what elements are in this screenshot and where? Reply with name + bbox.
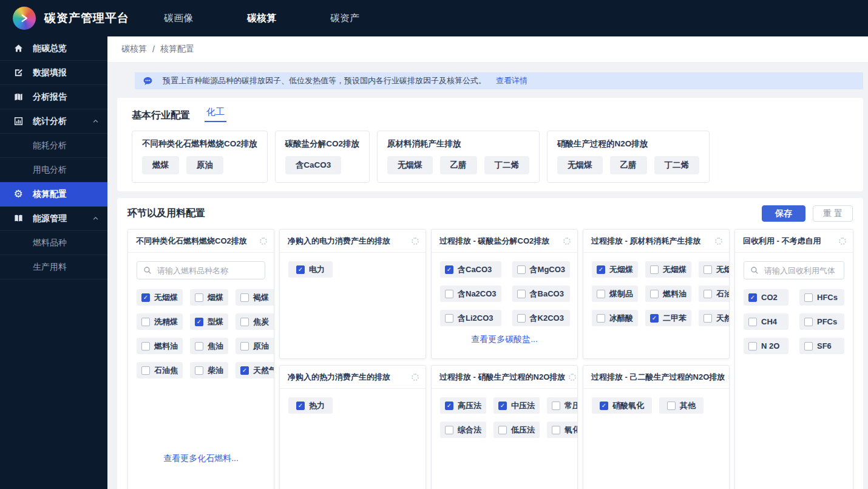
option-中压法[interactable]: ✓中压法 bbox=[493, 397, 540, 414]
checkbox-icon[interactable] bbox=[804, 342, 813, 351]
option-含MgCO3[interactable]: 含MgCO3 bbox=[512, 261, 571, 278]
sidebar-item-分析报告[interactable]: 分析报告 bbox=[0, 85, 107, 109]
checkbox-icon[interactable]: ✓ bbox=[195, 318, 203, 326]
checkbox-icon[interactable]: ✓ bbox=[296, 265, 305, 274]
checkbox-icon[interactable] bbox=[141, 342, 150, 351]
option-含Li2CO3[interactable]: 含Li2CO3 bbox=[440, 310, 501, 326]
option-烟煤[interactable]: 烟煤 bbox=[190, 289, 228, 306]
save-button[interactable]: 保存 bbox=[762, 205, 805, 222]
view-more-link[interactable]: 查看更多碳酸盐... bbox=[440, 327, 569, 354]
checkbox-icon[interactable] bbox=[517, 314, 526, 323]
checkbox-icon[interactable]: ✓ bbox=[240, 366, 249, 375]
option-热力[interactable]: ✓热力 bbox=[288, 397, 333, 414]
topbar-nav-碳核算[interactable]: 碳核算 bbox=[246, 10, 277, 27]
option-PFCs[interactable]: PFCs bbox=[799, 313, 844, 330]
checkbox-icon[interactable]: ✓ bbox=[141, 293, 150, 302]
panel-search[interactable] bbox=[744, 261, 844, 279]
checkbox-icon[interactable] bbox=[445, 290, 453, 298]
sidebar-item-能碳总览[interactable]: 能碳总览 bbox=[0, 36, 107, 61]
checkbox-icon[interactable] bbox=[445, 426, 453, 434]
option-含K2CO3[interactable]: 含K2CO3 bbox=[512, 310, 571, 326]
option-天然气[interactable]: ✓天然气 bbox=[236, 362, 274, 378]
option-石油焦[interactable]: 石油焦 bbox=[699, 286, 729, 302]
option-焦油[interactable]: 焦油 bbox=[190, 338, 228, 354]
checkbox-icon[interactable]: ✓ bbox=[296, 402, 305, 410]
sidebar-item-能源管理[interactable]: 能源管理 bbox=[0, 207, 107, 231]
option-石油焦[interactable]: 石油焦 bbox=[137, 362, 183, 378]
checkbox-icon[interactable] bbox=[748, 318, 757, 326]
checkbox-icon[interactable] bbox=[804, 293, 813, 302]
option-高压法[interactable]: ✓高压法 bbox=[440, 397, 486, 414]
sidebar-subitem-生产用料[interactable]: 生产用料 bbox=[0, 255, 107, 279]
checkbox-icon[interactable] bbox=[748, 342, 757, 351]
checkbox-icon[interactable] bbox=[517, 265, 526, 274]
checkbox-icon[interactable] bbox=[704, 290, 712, 298]
checkbox-icon[interactable] bbox=[240, 293, 249, 302]
checkbox-icon[interactable] bbox=[650, 265, 659, 274]
option-HFCs[interactable]: HFCs bbox=[799, 289, 844, 306]
banner-detail-link[interactable]: 查看详情 bbox=[496, 75, 527, 86]
checkbox-icon[interactable] bbox=[195, 366, 203, 375]
option-燃料油[interactable]: 燃料油 bbox=[645, 286, 691, 302]
checkbox-icon[interactable] bbox=[552, 402, 560, 410]
option-二甲苯[interactable]: ✓二甲苯 bbox=[645, 310, 691, 326]
checkbox-icon[interactable] bbox=[195, 342, 203, 351]
panel-search-input[interactable] bbox=[157, 266, 259, 275]
option-原油[interactable]: 原油 bbox=[236, 338, 274, 354]
option-天然气[interactable]: 天然气 bbox=[699, 310, 729, 326]
view-more-link[interactable]: 查看更多化石燃料... bbox=[137, 446, 265, 489]
checkbox-icon[interactable]: ✓ bbox=[597, 265, 605, 274]
checkbox-icon[interactable] bbox=[445, 314, 453, 323]
checkbox-icon[interactable]: ✓ bbox=[445, 265, 453, 274]
option-燃料油[interactable]: 燃料油 bbox=[137, 338, 183, 354]
sidebar-subitem-能耗分析[interactable]: 能耗分析 bbox=[0, 134, 107, 158]
option-无烟煤[interactable]: 无烟煤 bbox=[645, 261, 691, 278]
option-N-2O[interactable]: N 2O bbox=[744, 338, 788, 354]
option-型煤[interactable]: ✓型煤 bbox=[190, 313, 228, 330]
tab-chemical-industry[interactable]: 化工 bbox=[205, 106, 226, 122]
checkbox-icon[interactable] bbox=[667, 402, 676, 410]
checkbox-icon[interactable] bbox=[141, 366, 150, 375]
option-无烟煤[interactable]: ✓无烟煤 bbox=[137, 289, 183, 306]
checkbox-icon[interactable] bbox=[240, 342, 249, 351]
option-褐煤[interactable]: 褐煤 bbox=[236, 289, 274, 306]
checkbox-icon[interactable]: ✓ bbox=[650, 314, 659, 323]
option-煤制品[interactable]: 煤制品 bbox=[592, 286, 638, 302]
checkbox-icon[interactable] bbox=[517, 290, 526, 298]
checkbox-icon[interactable] bbox=[552, 426, 560, 434]
option-CO2[interactable]: ✓CO2 bbox=[744, 289, 788, 306]
checkbox-icon[interactable]: ✓ bbox=[498, 402, 507, 410]
sidebar-subitem-用电分析[interactable]: 用电分析 bbox=[0, 158, 107, 182]
checkbox-icon[interactable] bbox=[704, 265, 712, 274]
sidebar-item-统计分析[interactable]: 统计分析 bbox=[0, 109, 107, 134]
option-柴油[interactable]: 柴油 bbox=[190, 362, 228, 378]
topbar-nav-碳资产[interactable]: 碳资产 bbox=[329, 10, 361, 27]
option-综合法[interactable]: 综合法 bbox=[440, 422, 486, 438]
option-焦炭[interactable]: 焦炭 bbox=[236, 313, 274, 330]
option-低压法[interactable]: 低压法 bbox=[493, 422, 540, 438]
sidebar-subitem-燃料品种[interactable]: 燃料品种 bbox=[0, 231, 107, 255]
topbar-nav-碳画像[interactable]: 碳画像 bbox=[163, 10, 194, 27]
reset-button[interactable]: 重 置 bbox=[813, 205, 853, 222]
panel-search[interactable] bbox=[137, 261, 265, 279]
option-冰醋酸[interactable]: 冰醋酸 bbox=[592, 310, 638, 326]
option-电力[interactable]: ✓电力 bbox=[288, 261, 333, 278]
option-硝酸氧化[interactable]: ✓硝酸氧化 bbox=[592, 397, 652, 414]
breadcrumb-parent[interactable]: 碳核算 bbox=[121, 44, 147, 55]
option-含BaCO3[interactable]: 含BaCO3 bbox=[512, 286, 571, 302]
sidebar-item-核算配置[interactable]: ⚙核算配置 bbox=[0, 182, 107, 207]
checkbox-icon[interactable] bbox=[650, 290, 659, 298]
option-无烟煤[interactable]: ✓无烟煤 bbox=[592, 261, 638, 278]
checkbox-icon[interactable] bbox=[141, 318, 150, 326]
checkbox-icon[interactable] bbox=[498, 426, 507, 434]
checkbox-icon[interactable] bbox=[597, 290, 605, 298]
checkbox-icon[interactable] bbox=[240, 318, 249, 326]
checkbox-icon[interactable] bbox=[195, 293, 203, 302]
option-含Na2CO3[interactable]: 含Na2CO3 bbox=[440, 286, 501, 302]
checkbox-icon[interactable] bbox=[597, 314, 605, 323]
option-氧化法[interactable]: 氧化法 bbox=[547, 422, 577, 438]
panel-search-input[interactable] bbox=[764, 266, 838, 275]
checkbox-icon[interactable]: ✓ bbox=[600, 402, 608, 410]
checkbox-icon[interactable] bbox=[804, 318, 813, 326]
checkbox-icon[interactable] bbox=[704, 314, 712, 323]
